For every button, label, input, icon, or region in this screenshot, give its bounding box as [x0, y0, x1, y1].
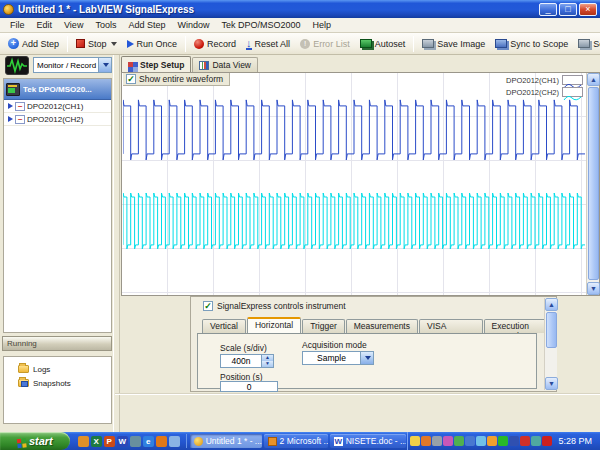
tab-trigger[interactable]: Trigger: [302, 319, 345, 333]
graph-vertical-scrollbar[interactable]: ▲ ▼: [586, 73, 599, 295]
scale-value[interactable]: 400n: [221, 355, 261, 367]
tree-device-node[interactable]: Tek DPO/MSO20...: [4, 79, 111, 100]
tray-network-icon[interactable]: [498, 436, 508, 446]
menu-edit[interactable]: Edit: [31, 19, 59, 31]
mode-dropdown-button[interactable]: [98, 58, 111, 72]
acquisition-mode-label: Acquisition mode: [302, 340, 367, 350]
minimize-button[interactable]: _: [539, 3, 557, 16]
legend-item-ch1[interactable]: DPO2012(CH1): [506, 75, 583, 85]
tray-app-green-icon[interactable]: [454, 436, 464, 446]
tray-app-gray-icon[interactable]: [432, 436, 442, 446]
sidebar-splitter[interactable]: [113, 55, 120, 432]
scroll-down-icon[interactable]: ▼: [587, 282, 600, 295]
tray-app-magenta-icon[interactable]: [443, 436, 453, 446]
quick-launch-firefox-icon[interactable]: [156, 436, 167, 447]
main-area: Monitor / Record Tek DPO/MSO20... ~ DPO2…: [0, 55, 600, 432]
tray-app-teal-icon[interactable]: [531, 436, 541, 446]
tab-data-view[interactable]: Data View: [192, 57, 258, 72]
stop-icon: [76, 39, 85, 48]
tree-channel-ch2[interactable]: ~ DPO2012(CH2): [4, 113, 111, 126]
resources-panel: Logs Snapshots: [3, 356, 112, 424]
mode-dropdown[interactable]: Monitor / Record: [33, 57, 112, 73]
tray-update-icon[interactable]: [487, 436, 497, 446]
waveform-traces: [123, 73, 587, 295]
tray-antivirus-icon[interactable]: [520, 436, 530, 446]
toolbar-separator: [413, 36, 414, 52]
quick-launch-ie-icon[interactable]: e: [143, 436, 154, 447]
waveform-graph: ✓ Show entire waveform DPO2012(CH1) DPO2…: [121, 72, 600, 296]
quick-launch-outlook-icon[interactable]: [78, 436, 89, 447]
menu-tools[interactable]: Tools: [89, 19, 122, 31]
position-input[interactable]: 0: [220, 381, 278, 392]
tab-vertical[interactable]: Vertical: [202, 319, 246, 333]
tree-channel-label: DPO2012(CH1): [27, 102, 83, 111]
autoset-button[interactable]: Autoset: [356, 37, 410, 51]
tree-channel-ch1[interactable]: ~ DPO2012(CH1): [4, 100, 111, 113]
acquisition-mode-combo[interactable]: Sample: [302, 351, 374, 365]
tray-app-orange-icon[interactable]: [421, 436, 431, 446]
quick-launch-msn-icon[interactable]: [169, 436, 180, 447]
close-button[interactable]: ×: [579, 3, 597, 16]
logs-folder-icon: [18, 365, 29, 373]
add-step-button[interactable]: + Add Step: [4, 36, 63, 51]
title-bar[interactable]: Untitled 1 * - LabVIEW SignalExpress _ □…: [0, 0, 600, 18]
taskbar-window-signalexpress[interactable]: Untitled 1 * - ...: [190, 434, 262, 448]
spin-down-icon[interactable]: ▼: [262, 361, 273, 367]
menu-window[interactable]: Window: [171, 19, 215, 31]
tab-step-setup[interactable]: Step Setup: [121, 56, 191, 72]
tray-app-blue-icon[interactable]: [465, 436, 475, 446]
restore-button[interactable]: □: [559, 3, 577, 16]
tray-ati-icon[interactable]: [542, 436, 552, 446]
tab-horizontal[interactable]: Horizontal: [247, 317, 301, 333]
save-image-icon: [422, 39, 434, 48]
scale-spinner[interactable]: 400n ▲ ▼: [220, 354, 274, 368]
horizontal-tab-page: Scale (s/div) 400n ▲ ▼ Acquisition mode …: [197, 333, 537, 389]
tray-mail-icon[interactable]: [410, 436, 420, 446]
menu-help[interactable]: Help: [306, 19, 337, 31]
save-image-button[interactable]: Save Image: [418, 37, 489, 51]
tab-visa-resource[interactable]: VISA Resource: [419, 319, 483, 333]
signalexpress-task-icon: [194, 437, 203, 446]
scroll-down-icon[interactable]: ▼: [545, 377, 558, 390]
quick-launch-powerpoint-icon[interactable]: P: [104, 436, 115, 447]
play-icon: [8, 116, 13, 122]
quick-launch-app-icon[interactable]: [130, 436, 141, 447]
sync-to-scope-button[interactable]: Sync to Scope: [491, 37, 572, 51]
tray-app-lightblue-icon[interactable]: [476, 436, 486, 446]
stop-button[interactable]: Stop: [72, 37, 121, 51]
reset-all-icon: ↓: [246, 38, 252, 50]
resource-snapshots[interactable]: Snapshots: [4, 376, 111, 390]
menu-add-step[interactable]: Add Step: [122, 19, 171, 31]
workspace-tabstrip: Step Setup Data View: [121, 56, 258, 72]
taskbar-clock[interactable]: 5:28 PM: [553, 436, 596, 446]
scope-utilities-button[interactable]: Scope Utilities: [574, 37, 600, 51]
run-once-button[interactable]: Run Once: [123, 37, 182, 51]
tab-measurements[interactable]: Measurements: [346, 319, 418, 333]
start-button[interactable]: start: [0, 432, 70, 450]
panel-vertical-scrollbar[interactable]: ▲ ▼: [544, 298, 557, 390]
graph-scrollbar-thumb[interactable]: [588, 87, 599, 280]
taskbar-window-nisete-doc[interactable]: W NISETE.doc - ...: [330, 434, 407, 448]
menu-view[interactable]: View: [58, 19, 89, 31]
tray-app-navy-icon[interactable]: [509, 436, 519, 446]
menu-tek-dpo-mso2000[interactable]: Tek DPO/MSO2000: [215, 19, 306, 31]
acquisition-mode-dropdown-button[interactable]: [360, 352, 373, 364]
panel-scrollbar-thumb[interactable]: [546, 312, 557, 348]
add-step-icon: +: [8, 38, 19, 49]
taskbar-group-microsoft[interactable]: 2 Microsoft ...: [264, 434, 328, 448]
step-setup-icon: [128, 62, 133, 67]
stop-dropdown-caret[interactable]: [111, 42, 117, 46]
show-entire-waveform-checkbox[interactable]: ✓: [126, 74, 136, 84]
menu-file[interactable]: File: [4, 19, 31, 31]
resource-logs[interactable]: Logs: [4, 362, 111, 376]
quick-launch-excel-icon[interactable]: X: [91, 436, 102, 447]
word-task-icon: W: [334, 437, 343, 446]
reset-all-button[interactable]: ↓ Reset All: [242, 36, 294, 52]
legend-item-ch2[interactable]: DPO2012(CH2): [506, 87, 583, 97]
scroll-up-icon[interactable]: ▲: [587, 73, 600, 86]
record-button[interactable]: Record: [190, 37, 240, 51]
quick-launch-word-icon[interactable]: W: [117, 436, 128, 447]
scroll-up-icon[interactable]: ▲: [545, 298, 558, 311]
acquisition-mode-value: Sample: [303, 352, 360, 364]
controls-instrument-checkbox[interactable]: ✓: [203, 301, 213, 311]
